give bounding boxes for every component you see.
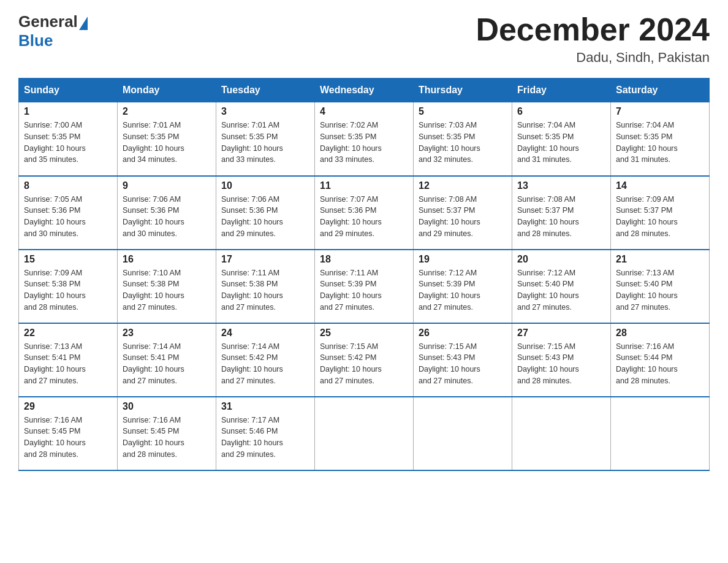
table-row: 23 Sunrise: 7:14 AMSunset: 5:41 PMDaylig… xyxy=(118,323,216,397)
table-row: 16 Sunrise: 7:10 AMSunset: 5:38 PMDaylig… xyxy=(118,250,216,323)
day-number: 19 xyxy=(419,254,507,265)
day-info: Sunrise: 7:13 AMSunset: 5:41 PMDaylight:… xyxy=(24,342,86,385)
day-number: 29 xyxy=(24,401,112,412)
day-info: Sunrise: 7:08 AMSunset: 5:37 PMDaylight:… xyxy=(419,195,480,238)
day-number: 6 xyxy=(517,106,605,117)
day-info: Sunrise: 7:01 AMSunset: 5:35 PMDaylight:… xyxy=(221,121,283,164)
table-row: 21 Sunrise: 7:13 AMSunset: 5:40 PMDaylig… xyxy=(611,250,710,323)
day-number: 5 xyxy=(419,106,507,117)
day-number: 22 xyxy=(24,327,112,339)
table-row: 29 Sunrise: 7:16 AMSunset: 5:45 PMDaylig… xyxy=(19,397,118,470)
table-row: 17 Sunrise: 7:11 AMSunset: 5:38 PMDaylig… xyxy=(216,250,315,323)
table-row: 18 Sunrise: 7:11 AMSunset: 5:39 PMDaylig… xyxy=(315,250,414,323)
day-number: 8 xyxy=(24,180,112,191)
day-info: Sunrise: 7:06 AMSunset: 5:36 PMDaylight:… xyxy=(123,195,184,238)
table-row: 14 Sunrise: 7:09 AMSunset: 5:37 PMDaylig… xyxy=(611,176,710,250)
day-number: 3 xyxy=(221,106,309,117)
day-info: Sunrise: 7:16 AMSunset: 5:45 PMDaylight:… xyxy=(123,416,184,459)
page-header: General Blue December 2024 Dadu, Sindh, … xyxy=(18,12,710,66)
day-number: 20 xyxy=(517,254,605,265)
table-row: 9 Sunrise: 7:06 AMSunset: 5:36 PMDayligh… xyxy=(118,176,216,250)
day-info: Sunrise: 7:01 AMSunset: 5:35 PMDaylight:… xyxy=(123,121,184,164)
calendar-week-row: 15 Sunrise: 7:09 AMSunset: 5:38 PMDaylig… xyxy=(19,250,710,323)
day-number: 11 xyxy=(320,180,408,191)
calendar-table: Sunday Monday Tuesday Wednesday Thursday… xyxy=(18,78,710,471)
table-row: 19 Sunrise: 7:12 AMSunset: 5:39 PMDaylig… xyxy=(414,250,512,323)
table-row xyxy=(414,397,512,470)
logo-triangle-icon xyxy=(79,17,88,30)
day-number: 13 xyxy=(517,180,605,191)
day-info: Sunrise: 7:15 AMSunset: 5:42 PMDaylight:… xyxy=(320,342,382,385)
day-info: Sunrise: 7:08 AMSunset: 5:37 PMDaylight:… xyxy=(517,195,579,238)
col-wednesday: Wednesday xyxy=(315,79,414,102)
day-info: Sunrise: 7:11 AMSunset: 5:39 PMDaylight:… xyxy=(320,269,382,312)
table-row: 4 Sunrise: 7:02 AMSunset: 5:35 PMDayligh… xyxy=(315,102,414,176)
day-number: 25 xyxy=(320,327,408,339)
table-row: 11 Sunrise: 7:07 AMSunset: 5:36 PMDaylig… xyxy=(315,176,414,250)
calendar-week-row: 1 Sunrise: 7:00 AMSunset: 5:35 PMDayligh… xyxy=(19,102,710,176)
col-saturday: Saturday xyxy=(611,79,710,102)
col-tuesday: Tuesday xyxy=(216,79,315,102)
day-info: Sunrise: 7:17 AMSunset: 5:46 PMDaylight:… xyxy=(221,416,283,459)
day-number: 14 xyxy=(616,180,704,191)
calendar-subtitle: Dadu, Sindh, Pakistan xyxy=(476,50,710,66)
day-info: Sunrise: 7:10 AMSunset: 5:38 PMDaylight:… xyxy=(123,269,184,312)
day-info: Sunrise: 7:15 AMSunset: 5:43 PMDaylight:… xyxy=(517,342,579,385)
day-number: 10 xyxy=(221,180,309,191)
calendar-week-row: 8 Sunrise: 7:05 AMSunset: 5:36 PMDayligh… xyxy=(19,176,710,250)
day-info: Sunrise: 7:16 AMSunset: 5:45 PMDaylight:… xyxy=(24,416,86,459)
day-number: 7 xyxy=(616,106,704,117)
day-info: Sunrise: 7:06 AMSunset: 5:36 PMDaylight:… xyxy=(221,195,283,238)
day-number: 12 xyxy=(419,180,507,191)
day-info: Sunrise: 7:03 AMSunset: 5:35 PMDaylight:… xyxy=(419,121,480,164)
day-number: 30 xyxy=(123,401,211,412)
calendar-title: December 2024 xyxy=(476,12,710,47)
table-row: 12 Sunrise: 7:08 AMSunset: 5:37 PMDaylig… xyxy=(414,176,512,250)
calendar-week-row: 22 Sunrise: 7:13 AMSunset: 5:41 PMDaylig… xyxy=(19,323,710,397)
table-row: 25 Sunrise: 7:15 AMSunset: 5:42 PMDaylig… xyxy=(315,323,414,397)
day-number: 24 xyxy=(221,327,309,339)
day-info: Sunrise: 7:13 AMSunset: 5:40 PMDaylight:… xyxy=(616,269,678,312)
table-row: 22 Sunrise: 7:13 AMSunset: 5:41 PMDaylig… xyxy=(19,323,118,397)
table-row: 30 Sunrise: 7:16 AMSunset: 5:45 PMDaylig… xyxy=(118,397,216,470)
day-number: 26 xyxy=(419,327,507,339)
day-info: Sunrise: 7:14 AMSunset: 5:41 PMDaylight:… xyxy=(123,342,184,385)
table-row: 10 Sunrise: 7:06 AMSunset: 5:36 PMDaylig… xyxy=(216,176,315,250)
day-info: Sunrise: 7:12 AMSunset: 5:40 PMDaylight:… xyxy=(517,269,579,312)
day-number: 28 xyxy=(616,327,704,339)
day-info: Sunrise: 7:02 AMSunset: 5:35 PMDaylight:… xyxy=(320,121,382,164)
col-thursday: Thursday xyxy=(414,79,512,102)
day-info: Sunrise: 7:15 AMSunset: 5:43 PMDaylight:… xyxy=(419,342,480,385)
table-row: 6 Sunrise: 7:04 AMSunset: 5:35 PMDayligh… xyxy=(512,102,611,176)
calendar-header-row: Sunday Monday Tuesday Wednesday Thursday… xyxy=(19,79,710,102)
day-number: 4 xyxy=(320,106,408,117)
table-row: 13 Sunrise: 7:08 AMSunset: 5:37 PMDaylig… xyxy=(512,176,611,250)
day-info: Sunrise: 7:12 AMSunset: 5:39 PMDaylight:… xyxy=(419,269,480,312)
table-row: 3 Sunrise: 7:01 AMSunset: 5:35 PMDayligh… xyxy=(216,102,315,176)
day-info: Sunrise: 7:11 AMSunset: 5:38 PMDaylight:… xyxy=(221,269,283,312)
day-number: 18 xyxy=(320,254,408,265)
table-row: 1 Sunrise: 7:00 AMSunset: 5:35 PMDayligh… xyxy=(19,102,118,176)
col-monday: Monday xyxy=(118,79,216,102)
day-number: 23 xyxy=(123,327,211,339)
table-row: 15 Sunrise: 7:09 AMSunset: 5:38 PMDaylig… xyxy=(19,250,118,323)
day-number: 31 xyxy=(221,401,309,412)
table-row: 5 Sunrise: 7:03 AMSunset: 5:35 PMDayligh… xyxy=(414,102,512,176)
day-info: Sunrise: 7:04 AMSunset: 5:35 PMDaylight:… xyxy=(517,121,579,164)
table-row xyxy=(512,397,611,470)
logo-general-text: General xyxy=(18,12,78,31)
day-info: Sunrise: 7:14 AMSunset: 5:42 PMDaylight:… xyxy=(221,342,283,385)
day-number: 2 xyxy=(123,106,211,117)
logo-blue-text: Blue xyxy=(18,31,88,50)
day-info: Sunrise: 7:09 AMSunset: 5:38 PMDaylight:… xyxy=(24,269,86,312)
day-info: Sunrise: 7:00 AMSunset: 5:35 PMDaylight:… xyxy=(24,121,86,164)
table-row xyxy=(611,397,710,470)
col-sunday: Sunday xyxy=(19,79,118,102)
table-row: 24 Sunrise: 7:14 AMSunset: 5:42 PMDaylig… xyxy=(216,323,315,397)
day-number: 17 xyxy=(221,254,309,265)
table-row: 26 Sunrise: 7:15 AMSunset: 5:43 PMDaylig… xyxy=(414,323,512,397)
day-number: 1 xyxy=(24,106,112,117)
calendar-week-row: 29 Sunrise: 7:16 AMSunset: 5:45 PMDaylig… xyxy=(19,397,710,470)
day-number: 21 xyxy=(616,254,704,265)
table-row xyxy=(315,397,414,470)
